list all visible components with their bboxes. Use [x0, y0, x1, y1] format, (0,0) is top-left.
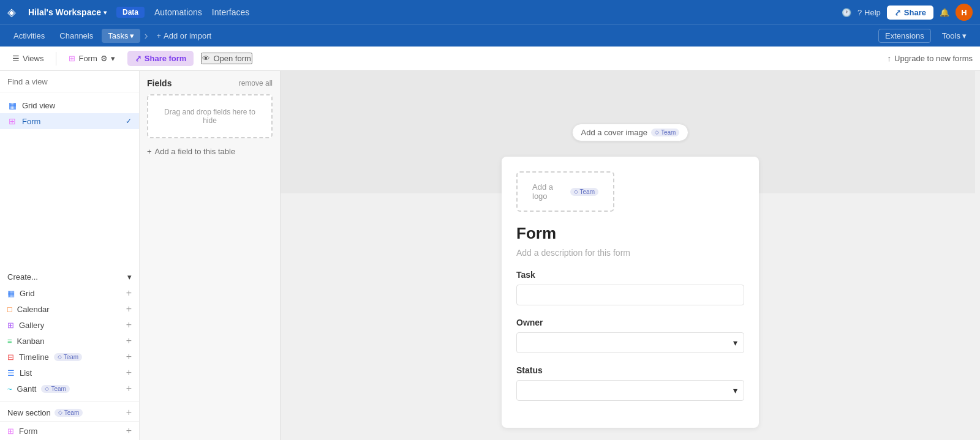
create-item-list[interactable]: ☰ List +: [0, 365, 139, 381]
new-section-plus-icon: +: [126, 407, 132, 418]
sidebar: ▦ Grid view ⊞ Form ✓ Create... ▾ ▦ Grid …: [0, 71, 140, 440]
history-button[interactable]: 🕐: [842, 8, 851, 17]
share-form-button[interactable]: ⤤ Share form: [127, 51, 194, 66]
plus-icon: +: [147, 147, 152, 156]
fields-header: Fields remove all: [147, 78, 273, 88]
owner-select[interactable]: ▾: [516, 332, 744, 353]
main-layout: ▦ Grid view ⊞ Form ✓ Create... ▾ ▦ Grid …: [0, 71, 980, 440]
form-settings-icon: ⚙: [100, 54, 108, 63]
avatar[interactable]: H: [956, 4, 973, 21]
form-icon: ⊞: [7, 427, 14, 436]
views-button[interactable]: ☰ Views: [7, 51, 48, 65]
create-section: Create... ▾ ▦ Grid + □ Calendar + ⊞ Gall…: [0, 269, 139, 401]
fields-title: Fields: [147, 78, 172, 88]
data-tab[interactable]: Data: [116, 7, 145, 18]
help-icon: ?: [858, 8, 862, 17]
status-chevron-icon: ▾: [733, 386, 737, 395]
kanban-icon: ≡: [7, 337, 12, 346]
upgrade-button[interactable]: ↑ Upgrade to new forms: [888, 54, 973, 63]
sidebar-bottom: ⊞ Form +: [0, 421, 139, 440]
new-section[interactable]: New section Team +: [0, 401, 139, 421]
create-item-timeline[interactable]: ⊟ Timeline Team +: [0, 349, 139, 365]
notifications-button[interactable]: 🔔: [940, 8, 949, 17]
eye-icon: 👁: [202, 54, 210, 63]
logo-team-badge: Team: [570, 188, 598, 196]
form-title: Form: [516, 224, 744, 243]
plus-icon: +: [126, 367, 132, 378]
sidebar-item-form[interactable]: ⊞ Form ✓: [0, 113, 139, 129]
remove-all-button[interactable]: remove all: [239, 79, 273, 88]
create-item-gallery[interactable]: ⊞ Gallery +: [0, 317, 139, 333]
plus-icon: +: [126, 319, 132, 330]
toolbar-separator-1: [56, 52, 56, 65]
plus-icon: +: [126, 288, 132, 299]
nav-separator: ›: [143, 29, 149, 42]
tools-chevron-icon: ▾: [962, 31, 967, 40]
sidebar-bottom-form[interactable]: ⊞ Form +: [0, 422, 139, 440]
form-button[interactable]: ⊞ Form ⚙ ▾: [64, 51, 119, 65]
add-cover-button[interactable]: Add a cover image Team: [572, 124, 689, 141]
cover-team-badge: Team: [651, 129, 679, 136]
open-form-button[interactable]: 👁 Open form: [201, 53, 252, 64]
top-nav-right: 🕐 ? Help ⤤ Share 🔔 H: [842, 4, 973, 21]
create-item-gantt[interactable]: ~ Gantt Team +: [0, 381, 139, 397]
plus-icon: +: [126, 335, 132, 346]
timeline-icon: ⊟: [7, 352, 14, 362]
sidebar-search-area: [0, 71, 139, 92]
grid-icon: ▦: [7, 289, 15, 298]
create-header[interactable]: Create... ▾: [0, 269, 139, 285]
task-field-group: Task: [516, 270, 744, 305]
activities-tab[interactable]: Activities: [7, 29, 51, 43]
upgrade-icon: ↑: [888, 54, 892, 63]
extensions-button[interactable]: Extensions: [878, 29, 931, 43]
create-chevron-icon: ▾: [127, 272, 132, 282]
gallery-icon: ⊞: [7, 321, 14, 330]
form-icon: ⊞: [7, 116, 17, 126]
add-import-button[interactable]: + Add or import: [151, 29, 216, 43]
views-icon: ☰: [12, 54, 20, 63]
tools-button[interactable]: Tools ▾: [936, 29, 973, 43]
workspace-chevron-icon: ▾: [104, 9, 107, 16]
form-content-area: Add a logo Team Form Add a description f…: [281, 157, 980, 440]
sidebar-views-list: ▦ Grid view ⊞ Form ✓: [0, 92, 139, 269]
share-icon: ⤤: [894, 8, 901, 17]
list-icon: ☰: [7, 368, 15, 378]
create-item-kanban[interactable]: ≡ Kanban +: [0, 333, 139, 349]
share-button[interactable]: ⤤ Share: [887, 6, 933, 20]
new-section-team-badge: Team: [55, 409, 83, 417]
create-item-grid[interactable]: ▦ Grid +: [0, 285, 139, 301]
search-input[interactable]: [7, 77, 132, 86]
sidebar-item-grid[interactable]: ▦ Grid view: [0, 97, 139, 113]
form-icon: ⊞: [69, 54, 75, 63]
plus-icon: +: [156, 31, 161, 40]
toolbar: ☰ Views ⊞ Form ⚙ ▾ ⤤ Share form 👁 Open f…: [0, 47, 980, 71]
app-logo: ◈: [7, 6, 16, 19]
help-button[interactable]: ? Help: [858, 8, 881, 17]
form-card: Add a logo Team Form Add a description f…: [502, 157, 759, 428]
form-description: Add a description for this form: [516, 248, 744, 258]
workspace-name[interactable]: Hilal's Workspace ▾: [28, 7, 107, 17]
status-select[interactable]: ▾: [516, 380, 744, 401]
channels-tab[interactable]: Channels: [53, 29, 99, 43]
owner-chevron-icon: ▾: [733, 338, 737, 348]
tasks-tab[interactable]: Tasks ▾: [102, 29, 140, 43]
drop-zone: Drag and drop fields here to hide: [147, 94, 273, 138]
scrollbar[interactable]: [975, 71, 980, 440]
owner-label: Owner: [516, 318, 744, 327]
interfaces-link[interactable]: Interfaces: [212, 7, 249, 17]
create-item-calendar[interactable]: □ Calendar +: [0, 301, 139, 317]
automations-link[interactable]: Automations: [154, 7, 202, 17]
status-label: Status: [516, 365, 744, 375]
add-field-button[interactable]: + Add a field to this table: [147, 144, 273, 158]
add-logo-button[interactable]: Add a logo Team: [516, 171, 614, 212]
toolbar-right: ↑ Upgrade to new forms: [888, 54, 973, 63]
task-input[interactable]: [516, 285, 744, 305]
active-checkmark: ✓: [126, 117, 132, 125]
task-label: Task: [516, 270, 744, 280]
form-preview: Add a cover image Team Add a logo Team F…: [281, 71, 980, 440]
top-navbar: ◈ Hilal's Workspace ▾ Data Automations I…: [0, 0, 980, 24]
timeline-team-badge: Team: [54, 353, 82, 361]
grid-icon: ▦: [7, 100, 17, 110]
gantt-icon: ~: [7, 384, 12, 393]
second-nav-right: Extensions Tools ▾: [878, 29, 973, 43]
